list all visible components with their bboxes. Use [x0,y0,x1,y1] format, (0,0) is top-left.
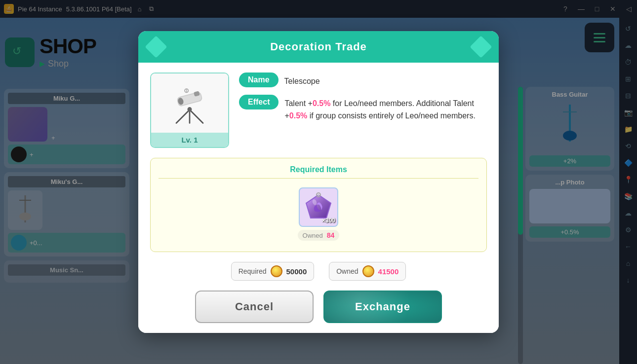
item-image-box: Lv. 1 [150,73,229,148]
owned-cost-label: Owned [336,267,358,275]
modal-title: Decoration Trade [270,40,367,53]
effect-value: Talent +0.5% for Leo/need members. Addit… [284,95,487,122]
gem-owned-row: Owned 84 [298,230,340,241]
effect-label: Effect [239,95,279,109]
gem-image: ×300 [299,187,338,227]
svg-line-6 [176,110,190,123]
item-details: Name Telescope Effect Talent +0.5% for L… [239,73,487,148]
name-row: Name Telescope [239,73,487,88]
modal-buttons: Cancel Exchange [150,291,487,323]
modal-header: Decoration Trade [138,31,499,63]
header-diamond-right [470,36,492,58]
owned-cost-section: Owned 41500 [329,262,406,281]
effect-highlight1: 0.5% [313,99,330,108]
item-image-area [151,73,228,133]
item-name-value: Telescope [284,73,320,88]
name-label: Name [239,73,279,87]
required-items-box: Required Items [150,158,487,252]
effect-row: Effect Talent +0.5% for Leo/need members… [239,95,487,122]
required-items-title: Required Items [159,165,478,179]
gem-count: ×300 [322,217,335,224]
telescope-svg [167,81,212,125]
svg-point-9 [188,107,192,111]
required-coin-icon [271,265,282,277]
gem-item: ×300 Owned 84 [298,187,340,241]
item-info-row: Lv. 1 Name Telescope Effect Talent +0.5%… [150,73,487,148]
required-items-content: ×300 Owned 84 [159,183,478,245]
required-cost-label: Required [239,267,267,275]
svg-marker-16 [306,195,331,218]
effect-text3: if group consists entirely of Leo/need m… [307,111,476,120]
owned-coin-icon [362,265,374,277]
svg-point-18 [318,194,319,196]
item-level: Lv. 1 [151,133,228,147]
gem-owned-value: 84 [327,231,335,239]
cancel-button[interactable]: Cancel [195,291,314,323]
owned-coin-value: 41500 [378,267,399,276]
effect-highlight2: 0.5% [289,111,307,120]
required-cost-section: Required 50000 [231,262,315,281]
cost-row: Required 50000 Owned 41500 [150,262,487,281]
modal-body: Lv. 1 Name Telescope Effect Talent +0.5%… [138,63,499,333]
decoration-trade-modal: Decoration Trade [138,31,499,333]
required-coin-value: 50000 [286,267,307,276]
svg-line-8 [190,110,203,123]
modal-overlay: Decoration Trade [0,0,637,364]
header-diamond-left [145,36,167,58]
exchange-button[interactable]: Exchange [323,291,442,323]
gem-owned-label: Owned [303,232,323,239]
effect-text1: Talent + [284,99,312,108]
